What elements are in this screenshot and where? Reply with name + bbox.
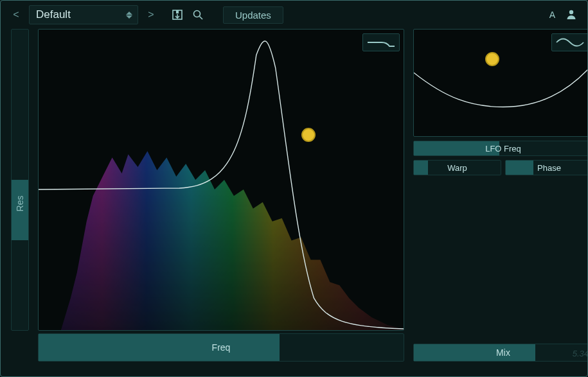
preset-prev-button[interactable]: < xyxy=(10,7,22,22)
user-icon[interactable] xyxy=(566,8,578,21)
lfo-curve xyxy=(414,30,588,136)
mix-slider[interactable]: Mix 5.34 xyxy=(413,344,588,362)
svg-marker-0 xyxy=(126,12,132,15)
filter-xy-handle[interactable] xyxy=(301,128,316,142)
warp-label: Warp xyxy=(447,163,467,173)
warp-fill xyxy=(414,161,428,175)
phase-label: Phase xyxy=(537,163,561,173)
preset-selector[interactable]: Default xyxy=(29,5,138,24)
phase-fill xyxy=(506,161,533,175)
search-icon[interactable] xyxy=(191,8,205,22)
filter-curve xyxy=(39,30,404,330)
preset-name: Default xyxy=(36,8,71,21)
warp-slider[interactable]: Warp xyxy=(413,160,501,175)
svg-point-6 xyxy=(569,10,573,14)
res-slider[interactable]: Res xyxy=(11,29,29,331)
updates-label: Updates xyxy=(235,10,271,21)
mix-label: Mix xyxy=(496,347,510,358)
ab-toggle[interactable]: A xyxy=(549,10,555,20)
spectrum-panel[interactable] xyxy=(38,29,404,331)
phase-slider[interactable]: Phase xyxy=(505,160,588,175)
preset-caret-icon xyxy=(126,12,132,19)
save-icon[interactable] xyxy=(170,8,184,22)
freq-slider-label: Freq xyxy=(212,342,231,353)
lfo-freq-label: LFO Freq xyxy=(485,144,521,153)
freq-slider[interactable]: Freq xyxy=(38,333,404,362)
mix-fill xyxy=(414,344,535,361)
res-slider-label: Res xyxy=(15,196,25,212)
right-column: LFO Freq Warp Phase Mix 5.34 xyxy=(413,29,588,362)
svg-line-5 xyxy=(200,17,203,20)
updates-button[interactable]: Updates xyxy=(223,6,283,24)
svg-rect-3 xyxy=(176,10,179,13)
svg-point-4 xyxy=(194,11,200,17)
lfo-panel[interactable] xyxy=(413,29,588,137)
lfo-freq-slider[interactable]: LFO Freq xyxy=(413,141,588,156)
main-area: Res xyxy=(1,29,587,368)
preset-next-button[interactable]: > xyxy=(145,7,157,22)
svg-marker-1 xyxy=(126,15,132,19)
top-bar: < Default > Updates A xyxy=(1,1,587,29)
freq-slider-fill xyxy=(39,334,280,361)
version-text: 5.34 xyxy=(573,349,588,358)
